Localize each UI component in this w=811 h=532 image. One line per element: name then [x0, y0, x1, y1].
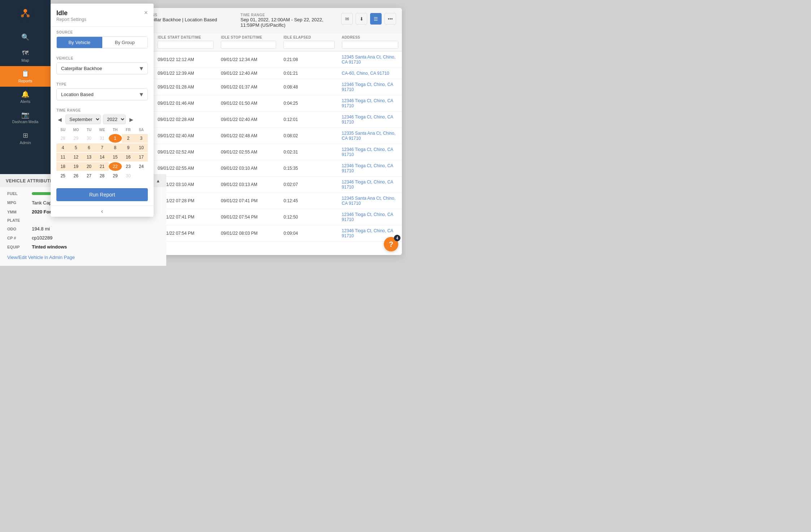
next-month-button[interactable]: ▶: [128, 116, 135, 123]
table-view-button[interactable]: ☰: [370, 13, 382, 25]
admin-page-link[interactable]: View/Edit Vehicle in Admin Page: [0, 253, 166, 260]
dashcam-icon: 📷: [21, 111, 29, 119]
cal-day-14[interactable]: 14: [95, 153, 108, 161]
cell-address[interactable]: 12346 Tioga Ct, Chino, CA 91710: [338, 160, 402, 177]
cal-day-30[interactable]: 30: [122, 172, 135, 180]
close-button[interactable]: ×: [144, 9, 148, 16]
year-select[interactable]: 2022: [103, 114, 126, 124]
help-button[interactable]: 4 ?: [384, 237, 398, 251]
cell-address[interactable]: 12346 Tioga Ct, Chino, CA 91710: [338, 79, 402, 95]
cell-idle-elapsed: 0:09:04: [280, 225, 338, 242]
report-time-value: Sep 01, 2022, 12:00AM - Sep 22, 2022, 11…: [241, 17, 336, 28]
mpg-label: MPG: [7, 200, 29, 206]
month-select[interactable]: September: [65, 114, 101, 124]
cal-day-19[interactable]: 19: [69, 162, 82, 171]
cell-address[interactable]: 12346 Tioga Ct, Chino, CA 91710: [338, 209, 402, 225]
sidebar-item-reports[interactable]: 📋 Reports: [0, 66, 51, 87]
sidebar-item-label: Dashcam Media: [12, 120, 38, 124]
sidebar-item-admin[interactable]: ⊞ Admin: [0, 128, 51, 148]
sidebar-item-label: Admin: [20, 140, 31, 145]
sidebar-item-dashcam[interactable]: 📷 Dashcam Media: [0, 107, 51, 128]
cal-day-17[interactable]: 17: [135, 153, 148, 161]
cell-address[interactable]: 12345 Santa Ana Ct, Chino, CA 91710: [338, 193, 402, 209]
alerts-icon: 🔔: [21, 90, 29, 98]
cal-day-25[interactable]: 25: [56, 172, 69, 180]
cal-day-18[interactable]: 18: [56, 162, 69, 171]
collapse-button[interactable]: ‹: [51, 206, 154, 217]
cal-day-7[interactable]: 7: [95, 143, 108, 152]
cal-day-23[interactable]: 23: [122, 162, 135, 171]
by-vehicle-button[interactable]: By Vehicle: [57, 37, 102, 48]
svg-point-1: [23, 9, 27, 13]
idle-elapsed-filter-input[interactable]: [283, 41, 334, 49]
idle-start-filter-input[interactable]: [158, 41, 214, 49]
sidebar-item-map[interactable]: 🗺 Map: [0, 46, 51, 66]
sidebar-item-search[interactable]: 🔍: [0, 30, 51, 46]
cell-idle-elapsed: 0:04:25: [280, 95, 338, 112]
cal-day-24[interactable]: 24: [135, 162, 148, 171]
vehicle-select[interactable]: Caterpillar Backhoe: [56, 62, 148, 74]
cal-day-13[interactable]: 13: [82, 153, 95, 161]
run-report-button[interactable]: Run Report: [56, 188, 148, 201]
cell-address[interactable]: 12345 Santa Ana Ct, Chino, CA 91710: [338, 51, 402, 68]
cal-day-26[interactable]: 26: [69, 172, 82, 180]
cal-day-15[interactable]: 15: [109, 153, 122, 161]
cp-value: cp102289: [32, 235, 159, 241]
download-button[interactable]: ⬇: [356, 13, 367, 25]
cal-day[interactable]: 30: [82, 134, 95, 143]
cal-day-21[interactable]: 21: [95, 162, 108, 171]
cal-day-20[interactable]: 20: [82, 162, 95, 171]
cell-idle-stop: 09/01/22 12:40 AM: [217, 68, 280, 79]
cal-header-th: TH: [109, 127, 122, 133]
cell-address[interactable]: 12346 Tioga Ct, Chino, CA 91710: [338, 144, 402, 160]
cal-day-27[interactable]: 27: [82, 172, 95, 180]
time-range-label: TIME RANGE: [51, 105, 154, 114]
cal-day-8[interactable]: 8: [109, 143, 122, 152]
cal-day-2[interactable]: 2: [122, 134, 135, 143]
cell-idle-start: 09/01/22 12:12 AM: [154, 51, 217, 68]
cal-day-5[interactable]: 5: [69, 143, 82, 152]
odo-label: ODO: [7, 226, 29, 232]
cal-day-16[interactable]: 16: [122, 153, 135, 161]
cell-address[interactable]: 12335 Santa Ana Ct, Chino, CA 91710: [338, 128, 402, 144]
idle-stop-filter-input[interactable]: [221, 41, 276, 49]
cell-idle-stop: 09/01/22 07:41 PM: [217, 193, 280, 209]
cal-day[interactable]: 28: [56, 134, 69, 143]
cal-day-12[interactable]: 12: [69, 153, 82, 161]
cal-day[interactable]: 29: [69, 134, 82, 143]
more-options-button[interactable]: •••: [385, 13, 396, 25]
address-filter-input[interactable]: [342, 41, 398, 49]
cell-idle-stop: 09/01/22 08:03 PM: [217, 225, 280, 242]
cal-day-4[interactable]: 4: [56, 143, 69, 152]
cell-address[interactable]: 12346 Tioga Ct, Chino, CA 91710: [338, 112, 402, 128]
cell-address[interactable]: 12346 Tioga Ct, Chino, CA 91710: [338, 95, 402, 112]
cal-day-28[interactable]: 28: [95, 172, 108, 180]
collapse-attrs-icon[interactable]: ▲: [156, 178, 160, 183]
cal-day-3[interactable]: 3: [135, 134, 148, 143]
by-group-button[interactable]: By Group: [102, 37, 148, 48]
cell-idle-elapsed: 0:08:48: [280, 79, 338, 95]
cell-idle-stop: 09/01/22 07:54 PM: [217, 209, 280, 225]
cell-idle-stop: 09/01/22 02:40 AM: [217, 112, 280, 128]
sidebar-logo[interactable]: [17, 6, 33, 23]
cal-day-11[interactable]: 11: [56, 153, 69, 161]
cal-day-9[interactable]: 9: [122, 143, 135, 152]
sidebar-item-alerts[interactable]: 🔔 Alerts: [0, 87, 51, 107]
cell-address[interactable]: 12346 Tioga Ct, Chino, CA 91710: [338, 177, 402, 193]
cal-day-22[interactable]: 22: [109, 162, 122, 171]
cal-day-10[interactable]: 10: [135, 143, 148, 152]
cal-day-6[interactable]: 6: [82, 143, 95, 152]
equip-label: EQUIP: [7, 244, 29, 250]
cell-address[interactable]: CA-60, Chino, CA 91710: [338, 68, 402, 79]
plate-value: [32, 218, 159, 222]
type-label: TYPE: [51, 79, 154, 88]
email-button[interactable]: ✉: [341, 13, 353, 25]
type-select[interactable]: Location Based: [56, 88, 148, 100]
cal-day-29[interactable]: 29: [109, 172, 122, 180]
cal-day-1[interactable]: 1: [109, 134, 122, 143]
report-actions: ✉ ⬇ ☰ •••: [341, 13, 396, 25]
cal-header-su: SU: [56, 127, 69, 133]
calendar-header-row: SU MO TU WE TH FR SA: [56, 127, 148, 133]
prev-month-button[interactable]: ◀: [56, 116, 63, 123]
cal-day[interactable]: 31: [95, 134, 108, 143]
